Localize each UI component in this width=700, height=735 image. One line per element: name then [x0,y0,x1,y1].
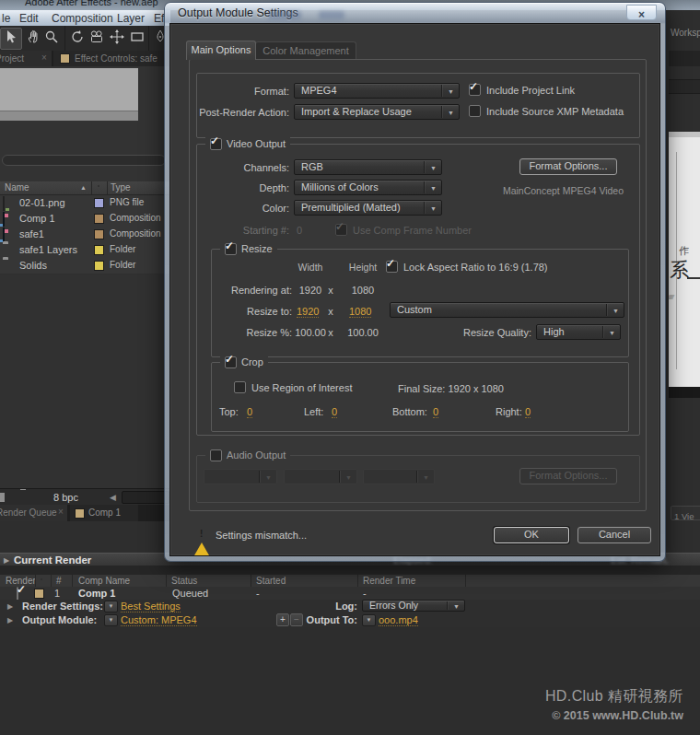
render-settings-value[interactable]: Best Settings [121,601,181,612]
menu-effect[interactable]: Ef [154,12,164,25]
column-name[interactable]: Name [5,182,29,192]
menu-edit[interactable]: Edit [19,12,39,25]
label-color-swatch[interactable] [94,261,104,271]
format-options-button[interactable]: Format Options... [519,158,617,175]
viewer-top-strip [669,132,700,137]
lock-aspect-checkbox[interactable]: ✓ [386,261,398,273]
render-settings-dropdown-toggle[interactable]: ▼ [104,601,118,612]
collapse-arrow-icon[interactable]: ▶ [4,556,9,565]
panel-color-swatch [60,53,70,64]
column-divider [357,575,358,587]
sort-ascending-icon[interactable]: ▲ [80,184,87,191]
include-project-link-checkbox[interactable]: ✓ [469,84,481,96]
project-item-row[interactable]: Comp 1 Composition [0,211,170,228]
pan-behind-tool-icon[interactable] [110,29,124,44]
zoom-tool-icon[interactable] [44,29,59,44]
label-color-swatch[interactable] [94,229,104,239]
dialog-close-button[interactable]: × [626,5,657,20]
use-comp-frame-checkbox: ✓ [335,224,347,236]
use-roi-checkbox[interactable] [234,381,246,393]
column-status[interactable]: Status [171,576,197,586]
tab-render-queue[interactable]: Render Queue × [0,505,67,521]
output-to-value[interactable]: ooo.mp4 [379,614,418,626]
bit-depth-indicator[interactable]: 8 bpc [53,492,78,503]
expand-arrow-icon[interactable]: ▶ [7,602,13,611]
resize-checkbox[interactable]: ✓ [225,243,237,255]
menu-composition[interactable]: Composition [52,12,113,25]
column-number[interactable]: # [56,576,62,586]
viewer-dark-band [669,387,700,398]
column-render-time[interactable]: Render Time [363,576,415,586]
project-search-input[interactable] [2,155,166,166]
dimension-separator: x [324,285,337,296]
preview-thumbnail [0,68,138,111]
ok-button[interactable]: OK [494,527,569,543]
render-queue-item-row[interactable]: ✓ 1 Comp 1 Queued - - [0,587,700,601]
project-item-row[interactable]: Solids Folder [0,258,170,274]
tab-color-management[interactable]: Color Management [255,41,356,59]
resize-to-width[interactable]: 1920 [297,306,319,318]
menu-layer[interactable]: Layer [117,12,145,25]
add-output-module-button[interactable]: + [276,613,289,626]
column-type[interactable]: Type [111,182,131,192]
cancel-label: Cancel [599,529,630,540]
project-item-row[interactable]: safe1 Composition [0,227,170,243]
channels-dropdown[interactable]: RGB [294,159,442,175]
output-module-dropdown-toggle[interactable]: ▼ [104,614,118,626]
close-icon[interactable]: × [58,507,64,517]
output-module-label: Output Module: [22,614,97,625]
tab-main-options-label: Main Options [192,44,251,55]
label-color-swatch[interactable] [94,245,104,255]
toolbar-divider [148,26,149,51]
label-color-swatch[interactable] [94,214,104,224]
resize-quality-dropdown[interactable]: High [536,324,621,340]
remove-output-module-button[interactable]: − [290,613,303,626]
expand-arrow-icon[interactable]: ▶ [7,616,13,624]
menu-file[interactable]: le [2,12,10,25]
project-item-row[interactable]: 02-01.png PNG file [0,195,170,212]
column-started[interactable]: Started [256,576,286,586]
video-output-checkbox[interactable]: ✓ [210,138,222,150]
comp-glyph-large: 系 [670,257,689,283]
depth-dropdown[interactable]: Millions of Colors [294,180,442,195]
item-render-time: - [363,588,367,599]
collapse-panel-icon[interactable]: ◀ [110,493,116,502]
rectangle-tool-icon[interactable] [130,29,145,44]
tab-main-options[interactable]: Main Options [186,41,256,60]
post-render-action-dropdown[interactable]: Import & Replace Usage [294,104,460,120]
output-to-dropdown-toggle[interactable]: ▼ [362,614,376,626]
crop-left-value[interactable]: 0 [332,406,337,418]
color-dropdown[interactable]: Premultiplied (Matted) [294,200,442,216]
close-icon[interactable]: × [41,52,47,63]
audio-output-checkbox[interactable] [210,449,222,461]
rendering-height: 1080 [342,285,384,296]
resize-to-height[interactable]: 1080 [349,306,371,318]
camera-tool-icon[interactable] [89,29,104,44]
selection-tool-icon[interactable] [3,29,18,44]
workspace-label[interactable]: Worksp [671,28,700,38]
hand-tool-icon[interactable] [26,29,41,44]
tab-effect-controls[interactable]: Effect Controls: safe [53,51,170,66]
crop-top-value[interactable]: 0 [247,406,252,418]
cancel-button[interactable]: Cancel [578,527,651,543]
format-dropdown[interactable]: MPEG4 [294,83,460,99]
include-project-link-label: Include Project Link [486,85,575,96]
crop-bottom-value[interactable]: 0 [433,406,438,418]
audio-output-group: Audio Output Format Options... [196,455,640,503]
output-module-value[interactable]: Custom: MPEG4 [121,614,197,626]
label-color-swatch[interactable] [94,198,104,208]
tab-render-queue-label: Render Queue [0,508,57,518]
crop-right-value[interactable]: 0 [525,406,531,418]
resize-preset-dropdown[interactable]: Custom [390,302,624,318]
tab-comp-1[interactable]: Comp 1 [70,505,138,521]
log-dropdown[interactable]: Errors Only [362,600,465,612]
rotate-tool-icon[interactable] [70,29,85,44]
label-color-swatch[interactable] [34,589,44,599]
tab-project[interactable]: Project × [0,51,52,66]
project-item-row[interactable]: safe1 Layers Folder [0,242,170,259]
include-xmp-checkbox[interactable] [469,105,481,117]
crop-checkbox[interactable]: ✓ [225,356,237,368]
final-size-label: Final Size: 1920 x 1080 [398,383,504,394]
column-comp-name[interactable]: Comp Name [78,576,130,586]
view-layout-button[interactable]: 1 Vie [671,506,700,520]
